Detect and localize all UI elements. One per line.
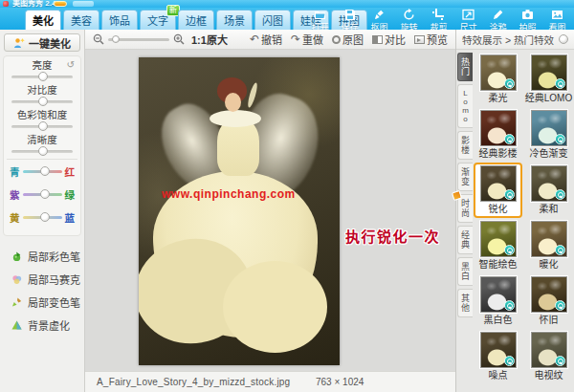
tab-beautify[interactable]: 美化 (25, 10, 61, 30)
magnifier-badge-icon[interactable] (504, 245, 515, 255)
magnifier-badge-icon[interactable] (504, 189, 515, 200)
yellow-blue-slider[interactable] (23, 216, 62, 219)
category-tab-black-white[interactable]: 黑白 (457, 257, 473, 286)
effect-warming[interactable]: 暖化 (524, 218, 573, 273)
basic-sliders: 亮度↺对比度色彩饱和度清晰度 (10, 59, 75, 153)
effect-cool-gradient[interactable]: 冷色渐变 (524, 107, 573, 163)
original-button[interactable]: 原图 (332, 32, 364, 47)
brightness-slider[interactable] (11, 76, 73, 78)
new-effect-badge-icon (452, 190, 462, 201)
magnifier-badge-icon[interactable] (504, 134, 515, 144)
one-key-beautify-button[interactable]: 一键美化 (4, 33, 80, 52)
purple-green-right-label: 绿 (65, 187, 76, 202)
purple-green-left-label: 紫 (10, 187, 20, 202)
effect-tv-lines[interactable]: 电视纹 (524, 329, 573, 384)
effects-grid: 柔光经典LOMO经典影楼冷色渐变锐化柔和智能绘色暖化黑白色怀旧噪点电视纹 (474, 52, 573, 384)
undo-button[interactable]: ↶撤销 (250, 32, 282, 47)
zoom-out-icon[interactable] (93, 33, 104, 45)
purple-green-slider-knob[interactable] (40, 189, 50, 199)
magnifier-badge-icon[interactable] (555, 78, 565, 89)
original-circle-icon (332, 35, 341, 44)
effect-label: 冷色渐变 (530, 147, 568, 160)
yellow-blue-right-label: 蓝 (65, 210, 76, 225)
actual-size-button[interactable]: 1:1原大 (191, 32, 228, 47)
pencil-icon (492, 9, 504, 20)
magnifier-badge-icon[interactable] (504, 300, 515, 311)
magnifier-badge-icon[interactable] (555, 356, 565, 366)
tab-label: 饰品 (109, 12, 130, 28)
tab-scene[interactable]: 场景 (216, 10, 253, 30)
category-tab-studio[interactable]: 影楼 (457, 131, 473, 160)
effect-noise[interactable]: 噪点 (474, 329, 522, 384)
local-mosaic-button[interactable]: 局部马赛克 (0, 268, 84, 291)
effect-soft-light[interactable]: 柔光 (474, 52, 522, 107)
tab-frame[interactable]: 边框 (178, 10, 214, 30)
cyan-red-slider-knob[interactable] (40, 166, 50, 176)
local-tint-pen-button[interactable]: 局部变色笔 (0, 291, 84, 314)
zoom-slider-knob[interactable] (112, 35, 120, 43)
effect-label: 柔和 (540, 203, 559, 215)
local-color-pen-button[interactable]: 局部彩色笔 (0, 245, 84, 268)
brightness-slider-row: 亮度↺ (10, 59, 75, 78)
yellow-blue-slider-knob[interactable] (40, 212, 50, 222)
purple-green-slider[interactable] (23, 193, 62, 196)
category-tab-gradient[interactable]: 渐变 (457, 163, 473, 191)
tab-flash-pic[interactable]: 闪图 (254, 10, 291, 30)
magnifier-badge-icon[interactable] (555, 134, 565, 144)
magnifier-badge-icon[interactable] (555, 245, 565, 255)
open-folder-icon (314, 9, 326, 20)
undo-icon: ↶ (250, 33, 259, 45)
preview-button[interactable]: 预览 (414, 32, 448, 47)
category-tab-lomo[interactable]: Lomo (457, 84, 473, 128)
effect-black-white[interactable]: 黑白色 (474, 273, 522, 329)
effect-label: 经典影楼 (479, 147, 518, 160)
tab-text[interactable]: 文字新 (140, 10, 176, 30)
compare-button[interactable]: 对比 (372, 32, 406, 47)
contrast-slider-knob[interactable] (38, 97, 48, 106)
tool-label: 背景虚化 (28, 317, 70, 333)
effect-smart-color[interactable]: 智能绘色 (474, 218, 522, 273)
tab-accessories[interactable]: 饰品 (101, 10, 138, 30)
saturation-slider[interactable] (11, 125, 73, 128)
zoom-in-icon[interactable] (173, 33, 185, 45)
magnifier-badge-icon[interactable] (504, 78, 515, 89)
redo-button[interactable]: ↷重做 (291, 32, 323, 47)
saturation-slider-knob[interactable] (38, 121, 48, 131)
magnifier-badge-icon[interactable] (504, 356, 515, 366)
effect-classic-lomo[interactable]: 经典LOMO (524, 52, 573, 107)
effect-sharpen[interactable]: 锐化 (474, 163, 522, 218)
divider (7, 159, 77, 160)
brightness-slider-knob[interactable] (38, 72, 48, 81)
effect-thumbnail (531, 165, 567, 202)
effect-thumbnail (480, 221, 517, 257)
sharpness-slider[interactable] (11, 150, 73, 153)
sharpness-slider-knob[interactable] (38, 146, 48, 156)
tab-cosmetic[interactable]: 美容 (63, 10, 99, 30)
effect-thumbnail (480, 54, 517, 91)
local-tools-list: 局部彩色笔局部马赛克局部变色笔背景虚化 (0, 245, 84, 337)
cyan-red-left-label: 青 (10, 164, 20, 179)
effect-soften[interactable]: 柔和 (524, 163, 573, 218)
magnifier-badge-icon[interactable] (555, 189, 565, 200)
background-blur-button[interactable]: 背景虚化 (0, 314, 84, 337)
category-tab-fashion[interactable]: 时尚 (457, 194, 473, 223)
effect-label: 柔光 (489, 92, 508, 104)
effect-thumbnail (531, 110, 567, 146)
cyan-red-slider[interactable] (23, 170, 62, 173)
watermark-text: www.qinpinchang.com (162, 187, 296, 201)
category-tab-other[interactable]: 其他 (457, 289, 473, 317)
panel-collapse-icon[interactable] (559, 34, 568, 44)
app-window: 美图秀秀 2.4.0 美化美容饰品文字新边框场景闪图娃娃拼图 打开保存抠图旋转裁… (0, 0, 574, 392)
purple-green-slider-row: 紫绿 (10, 187, 75, 202)
zoom-slider[interactable] (108, 38, 169, 41)
category-tab-hot[interactable]: 热门 (457, 53, 473, 81)
contrast-slider[interactable] (11, 100, 73, 103)
magnifier-badge-icon[interactable] (555, 300, 565, 311)
reset-icon[interactable]: ↺ (67, 59, 75, 70)
effect-nostalgia[interactable]: 怀旧 (524, 273, 573, 329)
resize-icon (462, 9, 475, 20)
tool-label: 局部变色笔 (28, 294, 80, 310)
category-tab-classic[interactable]: 经典 (457, 226, 473, 254)
saturation-slider-row: 色彩饱和度 (10, 109, 75, 128)
effect-classic-studio[interactable]: 经典影楼 (474, 107, 522, 163)
